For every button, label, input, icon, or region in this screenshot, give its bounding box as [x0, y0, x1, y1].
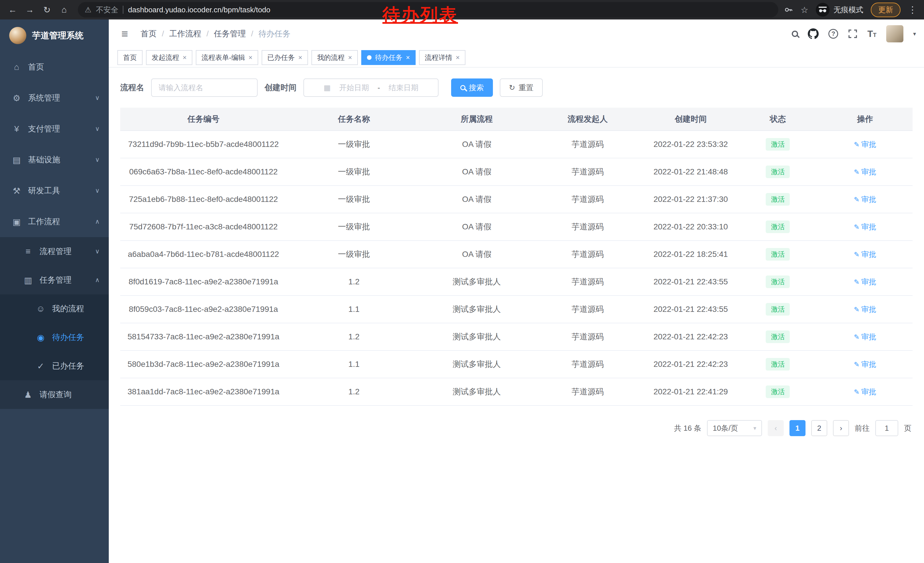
dashboard-icon: ⌂ — [12, 62, 22, 72]
breadcrumb-item-workflow[interactable]: 工作流程 — [169, 29, 201, 39]
close-icon[interactable]: × — [456, 54, 460, 62]
address-bar[interactable]: ⚠ 不安全 dashboard.yudao.iocoder.cn/bpm/tas… — [78, 2, 778, 18]
table-row: a6aba0a4-7b6d-11ec-b781-acde48001122 一级审… — [120, 240, 912, 268]
close-icon[interactable]: × — [298, 54, 302, 62]
cell-create-time: 2022-01-22 23:53:32 — [643, 131, 738, 158]
cell-starter: 芋道源码 — [532, 268, 643, 296]
search-icon[interactable] — [792, 31, 798, 37]
approve-button[interactable]: ✎审批 — [854, 360, 876, 369]
back-icon[interactable]: ← — [4, 2, 21, 18]
refresh-icon[interactable]: ↻ — [39, 2, 55, 18]
github-icon[interactable] — [808, 29, 819, 39]
sidebar-item-process-mgmt[interactable]: ≡ 流程管理 ∨ — [0, 237, 109, 266]
sidebar-item-done-tasks[interactable]: ✓ 已办任务 — [0, 352, 109, 380]
goto-page-input[interactable] — [875, 420, 898, 436]
cell-task-id: 725a1eb6-7b88-11ec-8ef0-acde48001122 — [120, 186, 286, 213]
edit-icon: ✎ — [854, 360, 860, 368]
tab-my-process[interactable]: 我的流程 × — [311, 50, 358, 65]
sidebar: 芋道管理系统 ⌂ 首页 ⚙ 系统管理 ∨ ¥ 支付管理 ∨ ▤ 基础设施 ∨ — [0, 20, 109, 563]
page-size-select[interactable]: 10条/页 ▾ — [707, 420, 762, 436]
tab-form-edit[interactable]: 流程表单-编辑 × — [196, 50, 258, 65]
date-range-picker[interactable]: ▦ 开始日期 - 结束日期 — [303, 78, 438, 97]
close-icon[interactable]: × — [406, 54, 410, 62]
sidebar-item-task-mgmt[interactable]: ▥ 任务管理 ∧ — [0, 266, 109, 294]
forward-icon[interactable]: → — [22, 2, 38, 18]
refresh-icon: ↻ — [509, 83, 515, 92]
col-process: 所属流程 — [422, 108, 532, 131]
browser-update-button[interactable]: 更新 — [871, 3, 900, 17]
approve-button[interactable]: ✎审批 — [854, 168, 876, 176]
approve-button[interactable]: ✎审批 — [854, 305, 876, 314]
font-size-icon[interactable]: TT — [867, 29, 876, 39]
close-icon[interactable]: × — [348, 54, 352, 62]
edit-icon: ✎ — [854, 278, 860, 286]
process-name-label: 流程名 — [120, 82, 144, 93]
help-icon[interactable]: ? — [828, 29, 838, 39]
table-row: 8f059c03-7ac8-11ec-a9e2-a2380e71991a 1.1… — [120, 296, 912, 323]
sidebar-item-todo-tasks[interactable]: ◉ 待办任务 — [0, 323, 109, 352]
cell-task-id: 8f0d1619-7ac8-11ec-a9e2-a2380e71991a — [120, 268, 286, 296]
breadcrumb-separator: / — [251, 29, 254, 38]
close-icon[interactable]: × — [183, 54, 187, 62]
approve-button[interactable]: ✎审批 — [854, 140, 876, 149]
tab-done-tasks[interactable]: 已办任务 × — [262, 50, 308, 65]
cell-task-name: 1.2 — [286, 268, 422, 296]
chevron-up-icon: ∧ — [95, 218, 100, 225]
prev-page-button[interactable]: ‹ — [768, 420, 784, 436]
fullscreen-icon[interactable] — [848, 29, 858, 39]
sidebar-item-leave-query[interactable]: ♟ 请假查询 — [0, 380, 109, 409]
approve-button[interactable]: ✎审批 — [854, 332, 876, 341]
page-2-button[interactable]: 2 — [811, 420, 827, 436]
table-row: 069c6a63-7b8a-11ec-8ef0-acde48001122 一级审… — [120, 158, 912, 186]
approve-button[interactable]: ✎审批 — [854, 250, 876, 258]
edit-icon: ✎ — [854, 141, 860, 148]
incognito-badge: 无痕模式 — [816, 3, 863, 17]
sidebar-item-payment[interactable]: ¥ 支付管理 ∨ — [0, 113, 109, 144]
user-avatar[interactable] — [886, 25, 903, 42]
app-window: 芋道管理系统 ⌂ 首页 ⚙ 系统管理 ∨ ¥ 支付管理 ∨ ▤ 基础设施 ∨ — [0, 20, 924, 563]
breadcrumb-item-current: 待办任务 — [258, 29, 291, 39]
avatar-caret-icon[interactable]: ▾ — [913, 30, 916, 37]
cell-task-id: 069c6a63-7b8a-11ec-8ef0-acde48001122 — [120, 158, 286, 186]
search-button[interactable]: 搜索 — [451, 78, 493, 97]
breadcrumb-item-home[interactable]: 首页 — [141, 29, 157, 39]
sidebar-toggle-icon[interactable]: ≡ — [117, 27, 132, 41]
status-badge: 激活 — [766, 193, 790, 206]
tab-label: 我的流程 — [317, 53, 345, 62]
tab-home[interactable]: 首页 — [117, 50, 142, 65]
bookmark-star-icon[interactable]: ☆ — [801, 5, 808, 15]
browser-menu-icon[interactable]: ⋮ — [908, 4, 917, 15]
page-1-button[interactable]: 1 — [789, 420, 806, 436]
cell-task-name: 一级审批 — [286, 213, 422, 240]
process-name-input[interactable] — [151, 78, 258, 97]
sidebar-item-label: 请假查询 — [39, 389, 72, 400]
approve-button[interactable]: ✎审批 — [854, 387, 876, 396]
approve-button[interactable]: ✎审批 — [854, 195, 876, 204]
tab-todo-tasks[interactable]: 待办任务 × — [361, 50, 416, 65]
close-icon[interactable]: × — [249, 54, 252, 62]
tab-start-process[interactable]: 发起流程 × — [146, 50, 192, 65]
sidebar-item-infrastructure[interactable]: ▤ 基础设施 ∨ — [0, 144, 109, 175]
cell-task-id: a6aba0a4-7b6d-11ec-b781-acde48001122 — [120, 240, 286, 268]
next-page-button[interactable]: › — [833, 420, 849, 436]
chevron-down-icon: ∨ — [95, 248, 100, 255]
cell-process: OA 请假 — [422, 131, 532, 158]
status-badge: 激活 — [766, 275, 790, 288]
breadcrumb-item-task-mgmt[interactable]: 任务管理 — [214, 29, 246, 39]
sidebar-item-home[interactable]: ⌂ 首页 — [0, 51, 109, 83]
reset-button[interactable]: ↻ 重置 — [500, 78, 543, 97]
approve-button[interactable]: ✎审批 — [854, 222, 876, 231]
sidebar-item-devtools[interactable]: ⚒ 研发工具 ∨ — [0, 175, 109, 206]
password-key-icon[interactable] — [784, 5, 793, 14]
home-icon[interactable]: ⌂ — [56, 2, 72, 18]
sidebar-item-workflow[interactable]: ▣ 工作流程 ∧ — [0, 206, 109, 237]
approve-button[interactable]: ✎审批 — [854, 278, 876, 286]
sidebar-item-my-process[interactable]: ☺ 我的流程 — [0, 294, 109, 323]
page-size-value: 10条/页 — [713, 423, 738, 433]
cell-task-name: 一级审批 — [286, 240, 422, 268]
sidebar-item-system[interactable]: ⚙ 系统管理 ∨ — [0, 83, 109, 113]
tab-label: 待办任务 — [375, 53, 402, 62]
tab-process-detail[interactable]: 流程详情 × — [419, 50, 465, 65]
col-starter: 流程发起人 — [532, 108, 643, 131]
tab-label: 流程表单-编辑 — [201, 53, 245, 62]
